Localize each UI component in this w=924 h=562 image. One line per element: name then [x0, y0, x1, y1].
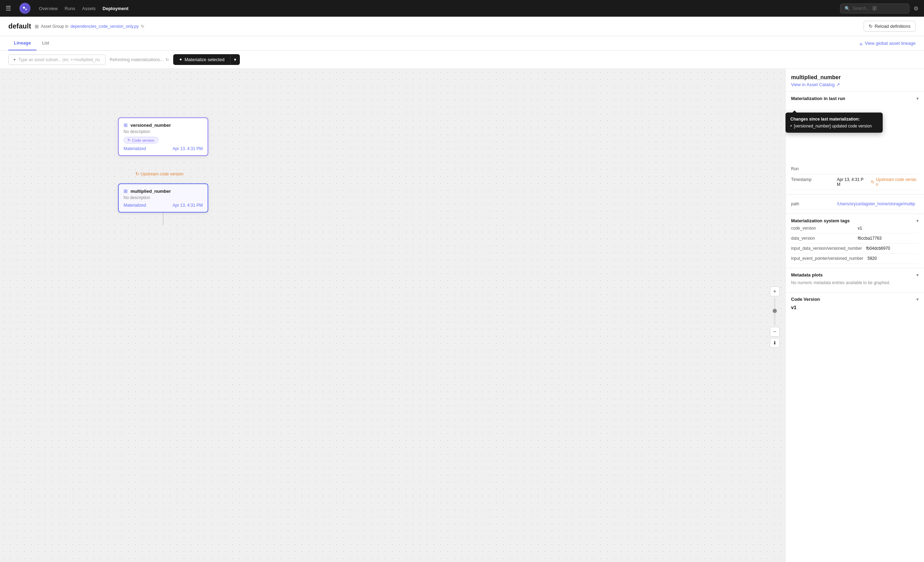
svg-point-0 [21, 5, 28, 12]
system-tags-chevron: ▾ [916, 218, 918, 223]
system-tags-header[interactable]: Materialization system tags ▾ [791, 218, 918, 223]
page-header: default ⊞ Asset Group in dependencies_co… [0, 17, 924, 36]
search-placeholder: Search... [853, 6, 870, 11]
upstream-code-version-link[interactable]: ↻ Upstream code version [871, 177, 918, 187]
filter-placeholder: Type an asset subset... (ex: ++multiplie… [18, 57, 100, 62]
nav-runs[interactable]: Runs [64, 6, 75, 11]
node-time: Apr 13, 4:31 PM [172, 146, 203, 151]
refreshing-status: Refreshing materializations... ↻ [110, 57, 169, 62]
reload-icon: ↻ [869, 24, 873, 29]
tabs-bar: Lineage List ⟁ View global asset lineage [0, 36, 924, 51]
asset-node-multiplied-number[interactable]: ⊞ multiplied_number No description Mater… [118, 183, 208, 213]
node-footer: Materialized Apr 13, 4:31 PM [124, 146, 203, 151]
system-tag-row-2: input_data_version/versioned_number fb04… [791, 243, 918, 254]
upstream-icon: ↻ [871, 180, 874, 185]
zoom-in-button[interactable]: + [770, 287, 780, 296]
right-panel: multiplied_number View in Asset Catalog … [785, 69, 924, 562]
path-label: path [791, 201, 833, 206]
tooltip-item: • [versioned_number] updated code versio… [790, 124, 878, 129]
nav-right: 🔍 Search... / ⚙ [840, 3, 918, 14]
canvas-area[interactable]: ⊞ versioned_number No description ↻ Code… [0, 69, 785, 562]
tabs: Lineage List [8, 36, 54, 50]
code-version-value: v1 [791, 302, 918, 313]
timestamp-row: Timestamp Apr 13, 4:31 PM ↻ Upstream cod… [791, 174, 918, 190]
materialize-dropdown-button[interactable]: ▾ [230, 54, 240, 65]
node-title: versioned_number [130, 123, 171, 128]
node-status: Materialized [124, 146, 146, 151]
path-value[interactable]: /Users/sryza/dagster_home/storage/multip [837, 201, 915, 206]
breadcrumb: ⊞ Asset Group in dependencies_code_versi… [35, 24, 144, 29]
materialize-selected-button[interactable]: ✦ Materialize selected [173, 54, 230, 65]
metadata-section-header[interactable]: Metadata plots ▾ [791, 272, 918, 278]
stag-value-3: 5920 [867, 256, 877, 261]
external-link-icon: ↗ [836, 82, 840, 87]
node-description-2: No description [124, 195, 203, 200]
global-lineage-label: View global asset lineage [865, 41, 916, 46]
tab-list[interactable]: List [36, 36, 54, 50]
node-tag: ↻ Code version [124, 137, 158, 143]
tag-label: Code version [132, 138, 154, 143]
tab-lineage[interactable]: Lineage [8, 36, 36, 50]
system-tag-row-3: input_event_pointer/versioned_number 592… [791, 254, 918, 264]
zoom-download-button[interactable]: ⬇ [770, 338, 780, 348]
bullet-icon: • [790, 124, 792, 129]
node-header: ⊞ versioned_number [124, 122, 203, 128]
stag-value-0: v1 [858, 226, 862, 231]
hamburger-icon[interactable]: ☰ [6, 5, 11, 12]
nav-deployment[interactable]: Deployment [103, 6, 128, 11]
code-version-header[interactable]: Code Version ▾ [791, 297, 918, 302]
tooltip-popup: Changes since last materialization: • [v… [786, 113, 883, 133]
zoom-slider[interactable] [774, 298, 776, 326]
global-lineage-icon: ⟁ [860, 40, 863, 47]
stag-label-3: input_event_pointer/versioned_number [791, 256, 863, 261]
metadata-chevron: ▾ [916, 273, 918, 278]
nav-links: Overview Runs Assets Deployment [39, 6, 128, 11]
refresh-small-icon[interactable]: ↻ [141, 24, 144, 29]
code-version-section: Code Version ▾ v1 [786, 292, 924, 317]
nav-assets[interactable]: Assets [82, 6, 96, 11]
run-row: Run [791, 164, 918, 174]
code-version-chevron: ▾ [916, 297, 918, 302]
refreshing-icon: ↻ [166, 57, 169, 62]
main-layout: ⊞ versioned_number No description ↻ Code… [0, 69, 924, 562]
system-tags-label: Materialization system tags [791, 218, 850, 223]
global-lineage-link[interactable]: ⟁ View global asset lineage [860, 40, 916, 47]
nav-overview[interactable]: Overview [39, 6, 58, 11]
stag-label-0: code_version [791, 226, 854, 231]
node-time-2: Apr 13, 4:31 PM [172, 203, 203, 208]
tag-icon: ↻ [128, 138, 130, 143]
panel-asset-link[interactable]: View in Asset Catalog ↗ [786, 82, 924, 91]
search-bar[interactable]: 🔍 Search... / [840, 3, 909, 14]
top-nav: ☰ Overview Runs Assets Deployment 🔍 Sear… [0, 0, 924, 17]
path-section: path /Users/sryza/dagster_home/storage/m… [786, 194, 924, 213]
asset-catalog-link-text: View in Asset Catalog [791, 82, 835, 87]
settings-icon[interactable]: ⚙ [914, 5, 918, 12]
breadcrumb-link[interactable]: dependencies_code_version_only.py [70, 24, 139, 29]
filter-icon: ✦ [13, 57, 16, 62]
node-table-icon-2: ⊞ [124, 188, 128, 194]
system-tag-row-1: data_version f6ccba17763 [791, 233, 918, 243]
stag-label-1: data_version [791, 236, 854, 241]
metadata-label: Metadata plots [791, 272, 823, 278]
run-label: Run [791, 166, 833, 171]
zoom-thumb [772, 309, 777, 313]
node-footer-2: Materialized Apr 13, 4:31 PM [124, 203, 203, 208]
code-version-label: Code Version [791, 297, 820, 302]
zoom-out-button[interactable]: − [770, 327, 780, 337]
reload-label: Reload definitions [875, 24, 910, 29]
zoom-controls: + − ⬇ [770, 287, 780, 348]
node-description: No description [124, 129, 203, 134]
tooltip-title: Changes since last materialization: [790, 117, 878, 122]
svg-point-1 [23, 7, 25, 9]
materialize-label: Materialize selected [184, 57, 225, 62]
metadata-section: Metadata plots ▾ No numeric metadata ent… [786, 268, 924, 292]
asset-filter-input[interactable]: ✦ Type an asset subset... (ex: ++multipl… [8, 54, 105, 65]
materialization-section-header[interactable]: Materialization in last run ▾ [791, 96, 918, 101]
timestamp-label: Timestamp [791, 177, 833, 182]
nav-logo [20, 3, 30, 14]
reload-definitions-button[interactable]: ↻ Reload definitions [864, 21, 916, 32]
stag-value-2: fb04dcb6970 [866, 246, 890, 251]
svg-point-2 [26, 9, 27, 11]
asset-node-versioned-number[interactable]: ⊞ versioned_number No description ↻ Code… [118, 117, 208, 156]
node-title-2: multiplied_number [130, 189, 171, 194]
